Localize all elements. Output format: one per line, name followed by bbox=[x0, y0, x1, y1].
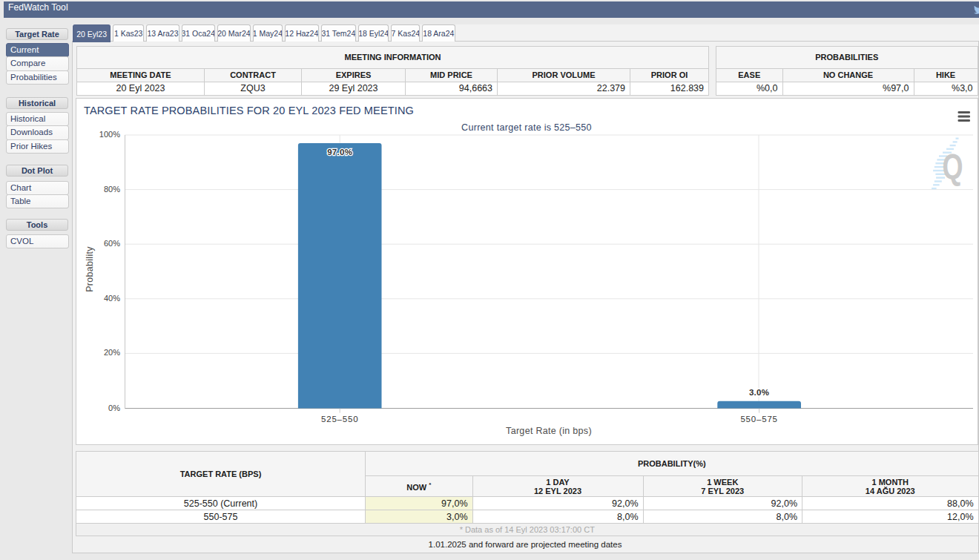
svg-text:80%: 80% bbox=[104, 185, 120, 194]
svg-text:TARGET RATE PROBABILITIES FOR: TARGET RATE PROBABILITIES FOR 20 EYL 202… bbox=[84, 105, 414, 116]
svg-text:Probability: Probability bbox=[85, 246, 95, 292]
svg-text:20%: 20% bbox=[104, 348, 120, 357]
svg-text:97.0%: 97.0% bbox=[327, 148, 352, 157]
svg-text:525–550: 525–550 bbox=[321, 415, 358, 424]
svg-text:Target Rate (in bps): Target Rate (in bps) bbox=[506, 426, 592, 436]
svg-text:3.0%: 3.0% bbox=[749, 388, 769, 397]
svg-text:100%: 100% bbox=[99, 130, 120, 139]
svg-text:Q: Q bbox=[943, 147, 963, 186]
svg-text:550–575: 550–575 bbox=[740, 415, 777, 424]
svg-text:Current target rate is 525–550: Current target rate is 525–550 bbox=[461, 122, 592, 133]
svg-text:40%: 40% bbox=[104, 294, 120, 303]
svg-text:0%: 0% bbox=[108, 403, 120, 412]
svg-text:60%: 60% bbox=[104, 239, 120, 248]
